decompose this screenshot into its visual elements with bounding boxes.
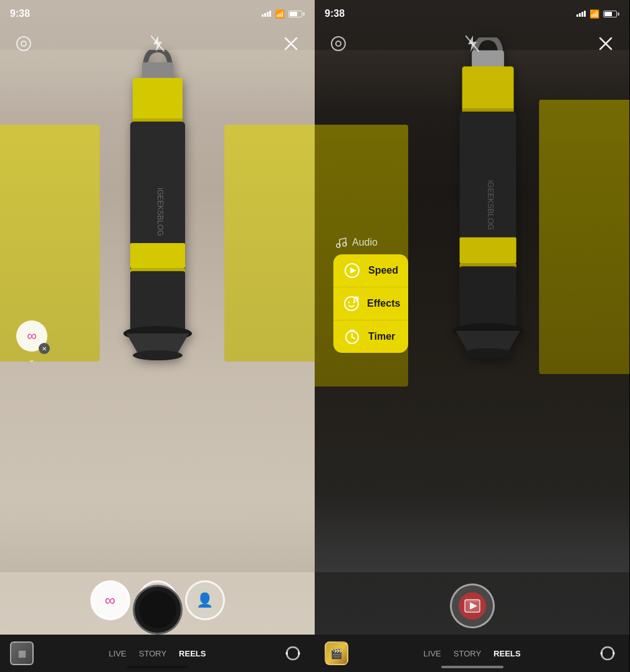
- svg-line-47: [352, 337, 355, 338]
- right-bottle: iGEEKSBLOG: [435, 37, 541, 411]
- left-filter-people[interactable]: 👤: [185, 580, 225, 620]
- left-wifi-icon: 📶: [275, 9, 285, 19]
- right-battery-icon: [603, 11, 619, 17]
- left-tab-live[interactable]: LIVE: [108, 646, 128, 661]
- left-shutter-inner: [139, 591, 176, 628]
- svg-text:iGEEKSBLOG: iGEEKSBLOG: [156, 188, 165, 236]
- right-reel-icon: [459, 592, 486, 620]
- left-flip-button[interactable]: [277, 640, 308, 667]
- svg-rect-24: [459, 266, 516, 330]
- right-flash-icon: [465, 36, 479, 52]
- right-timer-icon: [343, 328, 361, 345]
- left-boomerang-filter-icon: ∞: [105, 592, 115, 609]
- left-flash-button[interactable]: [146, 32, 169, 55]
- right-signal-icon: [576, 11, 586, 17]
- right-effects-label: Effects: [367, 298, 400, 309]
- right-tab-reels[interactable]: REELS: [492, 646, 522, 661]
- left-phone-panel: iGEEKSBLOG 9:38 📶: [0, 0, 315, 672]
- right-audio-icon: [336, 237, 347, 248]
- right-camera-controls: [315, 27, 629, 60]
- left-boomerang-arrow: ⌄: [28, 354, 36, 364]
- left-tab-reels[interactable]: REELS: [178, 646, 207, 661]
- right-status-icons: 📶: [576, 9, 619, 19]
- right-reel-svg: [464, 597, 481, 615]
- right-menu-yellow-box: Speed Effects: [333, 254, 408, 353]
- left-tab-story[interactable]: STORY: [138, 646, 168, 661]
- right-tab-story[interactable]: STORY: [452, 646, 482, 661]
- right-tab-live[interactable]: LIVE: [422, 646, 442, 661]
- svg-rect-51: [465, 600, 480, 602]
- left-gallery-button[interactable]: ▦: [6, 640, 37, 667]
- right-close-button[interactable]: [594, 32, 617, 55]
- left-flip-icon: [284, 645, 302, 662]
- right-flip-button[interactable]: [592, 640, 623, 667]
- right-gallery-button[interactable]: 🎬: [321, 640, 352, 667]
- right-settings-button[interactable]: [327, 32, 350, 55]
- svg-rect-6: [130, 271, 185, 334]
- left-flash-icon: [151, 36, 165, 52]
- left-gallery-icon: ▦: [18, 648, 26, 658]
- right-settings-icon: [330, 36, 346, 52]
- right-smiley-icon: [343, 295, 360, 312]
- right-timer-label: Timer: [368, 331, 395, 342]
- left-shutter-area[interactable]: [133, 585, 183, 635]
- right-wifi-icon: 📶: [589, 9, 599, 19]
- svg-point-40: [353, 302, 355, 304]
- svg-point-12: [21, 41, 26, 46]
- right-phone-panel: iGEEKSBLOG 9:38 📶: [315, 0, 629, 672]
- svg-point-11: [17, 37, 31, 50]
- left-tab-modes: LIVE STORY REELS: [37, 646, 277, 661]
- left-people-filter-icon: 👤: [196, 592, 213, 608]
- right-menu-item-effects[interactable]: Effects: [333, 287, 408, 320]
- svg-point-30: [336, 41, 341, 46]
- left-close-button[interactable]: [280, 32, 302, 55]
- left-camera-controls: [0, 27, 315, 60]
- right-flip-icon: [599, 645, 616, 662]
- svg-point-29: [332, 37, 345, 50]
- left-home-indicator: [126, 666, 189, 668]
- right-tab-modes: LIVE STORY REELS: [352, 646, 592, 661]
- signal-bar-1: [262, 14, 264, 17]
- right-gallery-thumb: 🎬: [325, 641, 348, 665]
- left-shutter-button[interactable]: [133, 585, 183, 635]
- left-filter-boomerang[interactable]: ∞: [90, 580, 130, 620]
- left-boomerang-close[interactable]: ✕: [39, 343, 50, 354]
- right-speed-icon: [343, 262, 361, 279]
- right-audio-row[interactable]: Audio: [333, 237, 408, 248]
- svg-marker-37: [350, 267, 356, 274]
- left-status-icons: 📶: [262, 9, 305, 19]
- left-bottle: iGEEKSBLOG: [108, 50, 208, 411]
- right-audio-label: Audio: [352, 237, 378, 248]
- left-boomerang-sticker[interactable]: ∞ ✕ ⌄: [16, 320, 47, 352]
- left-bottle-svg: iGEEKSBLOG: [108, 50, 208, 411]
- right-gallery-icon: 🎬: [330, 648, 343, 660]
- right-effects-icon: [343, 295, 360, 312]
- right-play-circle-icon: [344, 262, 360, 279]
- right-shutter-area[interactable]: [450, 583, 495, 628]
- signal-bar-2: [264, 13, 266, 17]
- svg-line-42: [357, 297, 358, 298]
- svg-rect-4: [130, 243, 185, 268]
- left-battery-icon: [289, 11, 305, 17]
- right-shutter-button[interactable]: [450, 583, 495, 628]
- svg-point-9: [133, 350, 183, 360]
- svg-point-38: [345, 297, 358, 310]
- left-gallery-thumb: ▦: [10, 641, 34, 665]
- signal-bar-4: [269, 11, 271, 17]
- right-status-bar: 9:38 📶: [315, 0, 629, 27]
- left-signal-icon: [262, 11, 271, 17]
- right-flash-button[interactable]: [461, 32, 484, 55]
- left-settings-button[interactable]: [12, 32, 35, 55]
- right-menu-item-timer[interactable]: Timer: [333, 320, 408, 353]
- right-close-icon: [599, 37, 613, 50]
- left-time: 9:38: [10, 8, 262, 19]
- right-time: 9:38: [325, 8, 576, 19]
- left-camera-view: iGEEKSBLOG: [0, 0, 315, 635]
- right-home-indicator: [441, 666, 504, 668]
- right-menu-item-speed[interactable]: Speed: [333, 254, 408, 287]
- right-speed-label: Speed: [368, 265, 398, 276]
- svg-rect-22: [459, 238, 516, 263]
- right-menu-panel: Audio Speed: [333, 237, 408, 353]
- left-status-bar: 9:38 📶: [0, 0, 315, 27]
- svg-point-39: [348, 302, 350, 304]
